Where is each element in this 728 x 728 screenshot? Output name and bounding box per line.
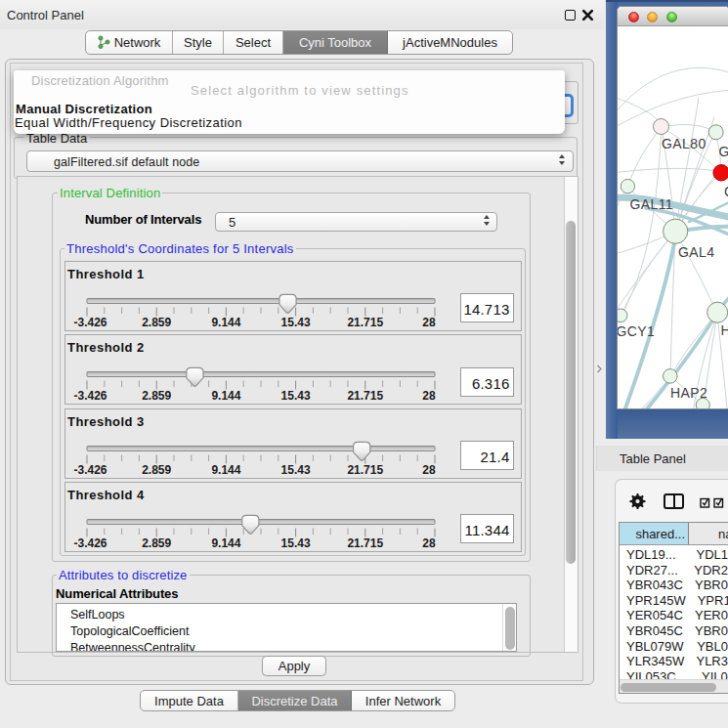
svg-text:-3.426: -3.426 bbox=[73, 462, 107, 476]
svg-text:-3.426: -3.426 bbox=[73, 389, 107, 403]
svg-text:9.144: 9.144 bbox=[211, 389, 240, 403]
svg-text:2.859: 2.859 bbox=[142, 462, 171, 476]
svg-text:9.144: 9.144 bbox=[211, 315, 240, 328]
svg-text:21.715: 21.715 bbox=[347, 535, 383, 549]
svg-text:21.715: 21.715 bbox=[347, 462, 383, 476]
svg-text:2.859: 2.859 bbox=[142, 315, 171, 328]
svg-text:-3.426: -3.426 bbox=[73, 315, 107, 328]
svg-text:H: H bbox=[721, 322, 728, 338]
svg-text:G: G bbox=[719, 144, 728, 159]
svg-text:GAL4: GAL4 bbox=[678, 244, 714, 260]
svg-text:21.715: 21.715 bbox=[347, 315, 383, 328]
svg-text:15.43: 15.43 bbox=[281, 315, 311, 328]
svg-text:9.144: 9.144 bbox=[211, 535, 240, 549]
svg-text:HAP2: HAP2 bbox=[670, 385, 707, 401]
svg-text:2.859: 2.859 bbox=[142, 389, 171, 403]
svg-text:GCY1: GCY1 bbox=[618, 323, 655, 339]
svg-text:GAL11: GAL11 bbox=[630, 196, 674, 212]
svg-text:GAL80: GAL80 bbox=[662, 136, 707, 151]
svg-text:15.43: 15.43 bbox=[281, 462, 311, 476]
svg-text:-3.426: -3.426 bbox=[73, 535, 107, 549]
svg-text:2.859: 2.859 bbox=[142, 535, 171, 549]
svg-text:28: 28 bbox=[422, 389, 436, 403]
svg-text:15.43: 15.43 bbox=[281, 535, 311, 549]
svg-text:15.43: 15.43 bbox=[281, 389, 311, 403]
svg-text:28: 28 bbox=[422, 535, 436, 549]
svg-text:21.715: 21.715 bbox=[347, 389, 383, 403]
svg-text:28: 28 bbox=[422, 462, 436, 476]
svg-text:C: C bbox=[724, 184, 728, 199]
svg-text:9.144: 9.144 bbox=[211, 462, 240, 476]
svg-text:28: 28 bbox=[422, 315, 436, 328]
